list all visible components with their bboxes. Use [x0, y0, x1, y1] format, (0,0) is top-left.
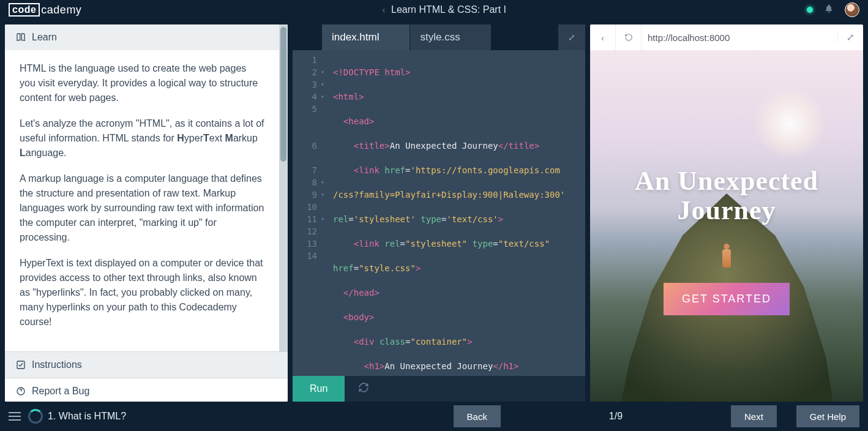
menu-icon[interactable]	[9, 412, 21, 421]
scrollbar-thumb[interactable]	[280, 27, 286, 162]
preview-frame: An Unexpected Journey GET STARTED	[590, 50, 863, 402]
browser-url[interactable]: http://localhost:8000	[642, 32, 837, 43]
lesson-title[interactable]: 1. What is HTML?	[48, 411, 126, 422]
browser-expand-button[interactable]: ⤢	[837, 32, 863, 43]
lesson-body: HTML is the language used to create the …	[5, 50, 279, 351]
lesson-para-1: HTML is the language used to create the …	[20, 61, 264, 105]
browser-back-button[interactable]: ‹	[590, 24, 616, 50]
course-title[interactable]: Learn HTML & CSS: Part I	[391, 4, 506, 15]
code-lines[interactable]: <!DOCTYPE html> <html> <head> <title>An …	[322, 54, 585, 376]
editor-tabs: index.html style.css ⤢	[293, 24, 585, 50]
get-help-button[interactable]: Get Help	[796, 405, 859, 427]
learn-label: Learn	[32, 32, 57, 43]
report-bug-button[interactable]: Report a Bug	[5, 378, 288, 402]
progress-ring-icon	[28, 409, 43, 424]
checkbox-icon	[16, 360, 26, 370]
line-gutter: 1 2 3 4 5 6 7 8 9 10 11 12 13 14	[293, 54, 322, 376]
run-bar: Run	[293, 376, 585, 402]
editor-column: index.html style.css ⤢ 1 2 3 4 5 6 7 8 9…	[288, 20, 585, 402]
preview-column: ‹ http://localhost:8000 ⤢ An Unexpected …	[585, 20, 868, 402]
lesson-para-2: Let's analyze the acronym "HTML", as it …	[20, 116, 264, 160]
connection-status-icon	[807, 7, 813, 13]
preview-person	[720, 244, 733, 272]
tab-index-html[interactable]: index.html	[322, 24, 410, 50]
instructions-header[interactable]: Instructions	[5, 351, 288, 378]
book-icon	[16, 32, 26, 42]
avatar[interactable]	[845, 2, 859, 17]
lesson-para-3: A markup language is a computer language…	[20, 171, 264, 245]
code-editor[interactable]: 1 2 3 4 5 6 7 8 9 10 11 12 13 14 <!DOCTY…	[293, 50, 585, 376]
lesson-para-4: HyperText is text displayed on a compute…	[20, 256, 264, 329]
back-button[interactable]: Back	[454, 405, 501, 427]
report-bug-label: Report a Bug	[32, 386, 89, 397]
run-button[interactable]: Run	[293, 376, 345, 402]
instructions-label: Instructions	[32, 359, 82, 370]
preview-sun	[753, 87, 826, 160]
expand-icon: ⤢	[568, 32, 575, 42]
bell-icon[interactable]	[824, 4, 834, 16]
top-bar: codecademy ‹ Learn HTML & CSS: Part I	[0, 0, 868, 20]
bottom-bar: 1. What is HTML? Back 1/9 Next Get Help	[0, 402, 868, 431]
editor-expand-button[interactable]: ⤢	[558, 24, 585, 50]
bottom-left-cluster: 1. What is HTML?	[9, 409, 126, 424]
main: Learn HTML is the language used to creat…	[0, 20, 868, 402]
question-icon	[16, 386, 26, 396]
browser-reload-button[interactable]	[616, 24, 642, 50]
lesson-scroll: Learn HTML is the language used to creat…	[5, 24, 288, 351]
logo-box: code	[9, 3, 40, 17]
tab-spacer	[293, 24, 322, 50]
learn-header[interactable]: Learn	[5, 24, 279, 50]
logo[interactable]: codecademy	[9, 3, 81, 17]
preview-get-started-button[interactable]: GET STARTED	[664, 283, 790, 315]
logo-text: cademy	[41, 4, 81, 17]
refresh-icon[interactable]	[358, 382, 369, 395]
lesson-counter: 1/9	[501, 411, 731, 422]
scrollbar-track[interactable]	[279, 24, 288, 351]
lesson-content-wrap: Learn HTML is the language used to creat…	[5, 24, 279, 351]
browser-url-bar: ‹ http://localhost:8000 ⤢	[590, 24, 863, 50]
tab-style-css[interactable]: style.css	[410, 24, 490, 50]
next-button[interactable]: Next	[731, 405, 777, 427]
lesson-nav: Back 1/9 Next	[454, 405, 777, 427]
left-column: Learn HTML is the language used to creat…	[0, 20, 288, 402]
lesson-panel: Learn HTML is the language used to creat…	[5, 24, 288, 402]
course-title-wrap: ‹ Learn HTML & CSS: Part I	[81, 4, 807, 15]
preview-heading: An Unexpected Journey	[590, 167, 863, 226]
topbar-right	[807, 2, 859, 17]
chevron-left-icon[interactable]: ‹	[382, 5, 385, 15]
